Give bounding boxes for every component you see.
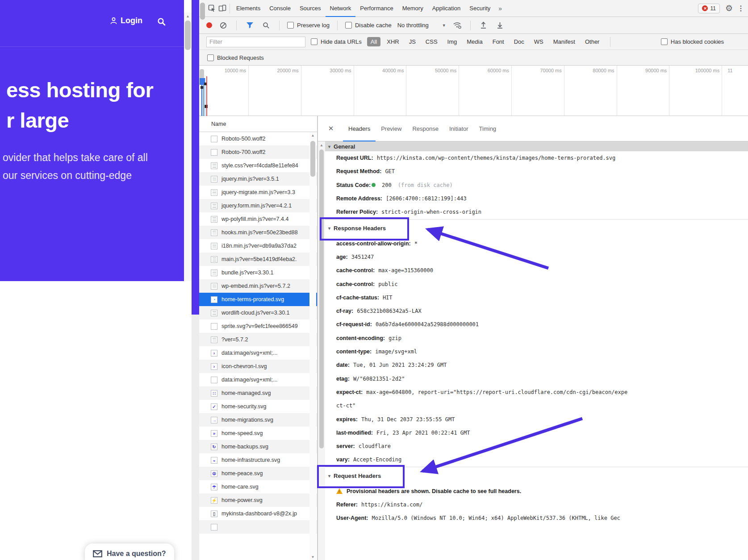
search-icon[interactable] (261, 20, 272, 31)
filter-pill-media[interactable]: Media (463, 37, 486, 46)
table-row[interactable]: ▯mykinsta-dashboard-v8@2x.jp (199, 507, 317, 520)
login-button[interactable]: Login (110, 16, 142, 25)
name-column-header[interactable]: Name (199, 116, 317, 132)
throttling-dropdown[interactable]: No throttling ▼ (397, 22, 446, 29)
devtools-tab-sources[interactable]: Sources (295, 0, 326, 17)
table-row[interactable]: jquery-migrate.min.js?ver=3.3 (199, 186, 317, 199)
page-scrollbar[interactable]: ▲ (184, 12, 192, 281)
filter-input[interactable] (206, 37, 305, 47)
header-line: Status Code:200(from disk cache) (318, 178, 748, 192)
devtools-tab-security[interactable]: Security (465, 0, 495, 17)
section-response-headers[interactable]: ▾Response Headers (318, 219, 748, 237)
checkbox-icon[interactable] (345, 22, 352, 29)
overview-drag-handle[interactable] (200, 69, 204, 80)
table-row[interactable]: wp-embed.min.js?ver=5.7.2 (199, 279, 317, 293)
devtools-menu-icon[interactable]: ⋮ (737, 4, 744, 12)
table-row[interactable]: jquery.form.min.js?ver=4.2.1 (199, 199, 317, 212)
filter-pill-ws[interactable]: WS (531, 37, 547, 46)
devtools-tab-memory[interactable]: Memory (398, 0, 428, 17)
table-row[interactable]: i18n.min.js?ver=db9a9a37da2 (199, 239, 317, 253)
table-row[interactable]: ↻home-backups.svg (199, 440, 317, 453)
checkbox-icon[interactable] (207, 54, 214, 61)
preserve-log-label: Preserve log (297, 22, 330, 29)
table-row[interactable]: style.css?ver=f4cdaf8e11efe84 (199, 159, 317, 172)
details-scrollbar[interactable]: ▲ (318, 141, 325, 560)
import-har-icon[interactable] (478, 20, 489, 31)
scroll-up-icon[interactable]: ▲ (318, 142, 325, 148)
blocked-requests-checkbox[interactable]: Blocked Requests (207, 54, 264, 61)
table-row[interactable]: →home-migrations.svg (199, 413, 317, 427)
has-blocked-cookies-checkbox[interactable]: Has blocked cookies (661, 38, 724, 45)
table-row[interactable]: wordlift-cloud.js?ver=3.30.1 (199, 306, 317, 319)
hide-data-urls-checkbox[interactable]: Hide data URLs (311, 38, 362, 45)
scroll-up-icon[interactable]: ▲ (309, 132, 316, 138)
table-row[interactable]: ◔home-terms-prorated.svg (199, 293, 317, 306)
checkbox-icon[interactable] (287, 22, 294, 29)
filter-pill-font[interactable]: Font (489, 37, 508, 46)
table-row[interactable]: main.js?ver=5be1419df4eba2. (199, 253, 317, 266)
filter-pill-other[interactable]: Other (581, 37, 603, 46)
settings-gear-icon[interactable]: ⚙ (725, 3, 733, 13)
table-row[interactable]: bundle.js?ver=3.30.1 (199, 266, 317, 279)
network-conditions-icon[interactable] (452, 20, 463, 31)
section-general[interactable]: ▾General (318, 141, 748, 151)
filter-pill-css[interactable]: CSS (422, 37, 441, 46)
chat-widget[interactable]: Have a question? (85, 543, 174, 560)
script-file-icon (211, 256, 217, 263)
clear-icon[interactable] (218, 20, 229, 31)
table-row[interactable] (199, 520, 317, 534)
filter-pill-doc[interactable]: Doc (510, 37, 528, 46)
section-request-headers[interactable]: ▾Request Headers (318, 467, 748, 485)
table-row[interactable]: ◒home-infrastructure.svg (199, 453, 317, 467)
table-row[interactable]: Roboto-700.woff2 (199, 145, 317, 159)
devtools-tab-network[interactable]: Network (326, 0, 356, 17)
disable-cache-checkbox[interactable]: Disable cache (345, 22, 392, 29)
table-row[interactable]: wp-polyfill.min.js?ver=7.4.4 (199, 212, 317, 226)
login-label: Login (121, 16, 142, 25)
console-error-badge[interactable]: ✕ 11 (698, 4, 719, 13)
table-row[interactable]: ∷home-managed.svg (199, 386, 317, 400)
export-har-icon[interactable] (495, 20, 506, 31)
scroll-up-icon[interactable]: ▲ (184, 12, 192, 20)
filter-pill-manifest[interactable]: Manifest (550, 37, 579, 46)
table-row[interactable]: hooks.min.js?ver=50e23bed88 (199, 226, 317, 239)
table-row[interactable]: Roboto-500.woff2 (199, 132, 317, 145)
table-row[interactable]: data:image/svg+xml;... (199, 373, 317, 386)
more-tabs-button[interactable]: » (495, 5, 506, 12)
checkbox-icon[interactable] (661, 38, 668, 45)
table-row[interactable]: ?ver=5.7.2 (199, 333, 317, 346)
resource-type-filters: AllXHRJSCSSImgMediaFontDocWSManifestOthe… (367, 37, 603, 46)
record-button[interactable] (206, 22, 212, 28)
devtools-tab-elements[interactable]: Elements (232, 0, 265, 17)
table-row[interactable]: ☂home-care.svg (199, 480, 317, 494)
preserve-log-checkbox[interactable]: Preserve log (287, 22, 330, 29)
page-scrollbar-thumb[interactable] (185, 21, 191, 50)
table-row[interactable]: ⚡home-power.svg (199, 494, 317, 507)
devtools-tab-console[interactable]: Console (265, 0, 295, 17)
filter-pill-js[interactable]: JS (405, 37, 419, 46)
table-row[interactable]: ✓home-security.svg (199, 400, 317, 413)
requests-scrollbar[interactable]: ▲ ▼ (309, 132, 316, 560)
table-row[interactable]: ›data:image/svg+xml;... (199, 346, 317, 360)
filter-pill-img[interactable]: Img (444, 37, 461, 46)
table-row[interactable]: sprite.svg?v=9efc1feee866549 (199, 319, 317, 333)
filter-pill-xhr[interactable]: XHR (383, 37, 402, 46)
scroll-down-icon[interactable]: ▼ (309, 554, 316, 560)
checkbox-icon[interactable] (311, 38, 318, 45)
filter-pill-all[interactable]: All (367, 37, 380, 46)
devtools-tab-application[interactable]: Application (428, 0, 465, 17)
table-row[interactable]: ›icon-chevron-l.svg (199, 360, 317, 373)
details-scrollbar-thumb[interactable] (319, 149, 324, 448)
table-row[interactable]: »home-speed.svg (199, 427, 317, 440)
device-toolbar-icon[interactable] (217, 3, 228, 14)
table-row[interactable]: jquery.min.js?ver=3.5.1 (199, 172, 317, 186)
search-button[interactable] (157, 17, 166, 28)
devtools-tab-performance[interactable]: Performance (355, 0, 397, 17)
devtools-scrollbar-thumb[interactable] (200, 3, 205, 20)
filter-icon[interactable] (244, 20, 255, 31)
table-row[interactable]: ☮home-peace.svg (199, 467, 317, 480)
inspect-element-icon[interactable] (206, 3, 217, 14)
script-file-icon (211, 336, 217, 343)
network-overview-timeline[interactable]: 10000 ms20000 ms30000 ms40000 ms50000 ms… (199, 66, 748, 116)
requests-scrollbar-thumb[interactable] (310, 141, 315, 177)
